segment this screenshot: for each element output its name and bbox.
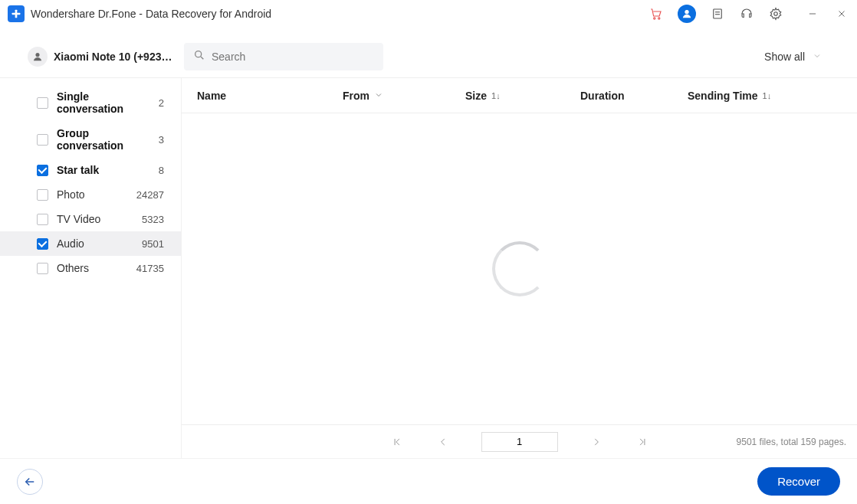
svg-point-2 xyxy=(654,18,655,19)
filter-dropdown[interactable]: Show all xyxy=(757,51,829,63)
checkbox[interactable] xyxy=(37,214,48,225)
table-header: Name From Size 1↓ Duration Sending Time … xyxy=(182,78,857,113)
search-icon xyxy=(193,49,212,64)
app-title: Wondershare Dr.Fone - Data Recovery for … xyxy=(31,8,271,20)
sidebar-item[interactable]: Group conversation3 xyxy=(0,121,181,158)
sidebar-item[interactable]: Star talk8 xyxy=(0,158,181,182)
sidebar-item-count: 2 xyxy=(127,97,164,109)
app-logo-icon xyxy=(8,5,25,22)
sidebar-item-label: Photo xyxy=(57,188,127,201)
svg-rect-5 xyxy=(714,9,722,18)
svg-point-3 xyxy=(658,18,660,19)
search-input[interactable] xyxy=(212,51,374,63)
sidebar-item[interactable]: Photo24287 xyxy=(0,182,181,207)
page-summary: 9501 files, total 159 pages. xyxy=(737,437,846,447)
search-box[interactable] xyxy=(184,43,383,70)
page-first-button[interactable] xyxy=(389,434,405,450)
content-panel: Name From Size 1↓ Duration Sending Time … xyxy=(181,78,857,458)
bottombar: Recover xyxy=(0,458,857,504)
titlebar: Wondershare Dr.Fone - Data Recovery for … xyxy=(0,0,857,28)
main-area: Single conversation2Group conversation3S… xyxy=(0,78,857,458)
recover-button[interactable]: Recover xyxy=(757,467,840,496)
svg-point-13 xyxy=(195,51,202,57)
checkbox[interactable] xyxy=(37,189,48,201)
sidebar-item[interactable]: Others41735 xyxy=(0,256,181,280)
sort-icon: 1↓ xyxy=(491,91,501,100)
sidebar-item-count: 5323 xyxy=(127,214,164,225)
checkbox[interactable] xyxy=(37,134,48,146)
sidebar-item-label: TV Video xyxy=(57,213,127,225)
chevron-down-icon xyxy=(813,51,822,63)
column-name[interactable]: Name xyxy=(197,90,343,102)
account-icon[interactable] xyxy=(678,5,696,23)
close-icon[interactable] xyxy=(834,6,849,21)
page-last-button[interactable] xyxy=(635,434,650,450)
column-size-label: Size xyxy=(465,90,487,102)
page-input[interactable] xyxy=(481,432,558,452)
svg-point-12 xyxy=(36,53,40,57)
sidebar-item[interactable]: Audio9501 xyxy=(0,231,181,256)
column-sending-time[interactable]: Sending Time 1↓ xyxy=(688,90,810,102)
sidebar-item[interactable]: TV Video5323 xyxy=(0,207,181,231)
sidebar-item-label: Single conversation xyxy=(57,90,127,115)
svg-point-8 xyxy=(774,12,778,16)
loading-area xyxy=(182,113,857,424)
back-button[interactable] xyxy=(17,469,43,495)
minimize-icon[interactable] xyxy=(805,6,820,21)
column-duration[interactable]: Duration xyxy=(580,90,688,102)
sidebar-item-count: 24287 xyxy=(127,189,164,201)
column-from[interactable]: From xyxy=(343,90,465,102)
sidebar-item-label: Others xyxy=(57,262,127,274)
checkbox[interactable] xyxy=(37,238,48,250)
sidebar-item-label: Group conversation xyxy=(57,127,127,152)
pagination: 9501 files, total 159 pages. xyxy=(182,424,857,458)
sidebar-item-count: 9501 xyxy=(127,238,164,250)
notes-icon[interactable] xyxy=(710,6,725,21)
sidebar-item-count: 3 xyxy=(127,134,164,146)
checkbox[interactable] xyxy=(37,263,48,274)
svg-point-4 xyxy=(685,10,689,14)
cart-icon[interactable] xyxy=(648,6,664,21)
checkbox[interactable] xyxy=(37,97,48,109)
column-name-label: Name xyxy=(197,90,226,102)
sidebar-item[interactable]: Single conversation2 xyxy=(0,84,181,121)
device-avatar-icon xyxy=(28,47,48,67)
checkbox[interactable] xyxy=(37,165,48,176)
column-from-label: From xyxy=(343,90,369,102)
sidebar: Single conversation2Group conversation3S… xyxy=(0,78,181,458)
sidebar-item-label: Audio xyxy=(57,237,127,250)
sidebar-item-label: Star talk xyxy=(57,164,127,176)
filter-label: Show all xyxy=(764,51,805,63)
support-icon[interactable] xyxy=(739,6,754,21)
spinner-icon xyxy=(492,241,547,296)
svg-line-14 xyxy=(201,57,203,59)
column-size[interactable]: Size 1↓ xyxy=(465,90,580,102)
sidebar-item-count: 41735 xyxy=(127,263,164,274)
page-prev-button[interactable] xyxy=(435,434,451,450)
sort-icon: 1↓ xyxy=(763,91,772,100)
chevron-down-icon xyxy=(374,90,383,102)
column-sending-label: Sending Time xyxy=(688,90,758,102)
svg-rect-1 xyxy=(12,13,21,15)
page-next-button[interactable] xyxy=(589,434,604,450)
column-duration-label: Duration xyxy=(580,90,625,102)
toolbar: Xiaomi Note 10 (+92315... Show all xyxy=(0,35,857,78)
device-name[interactable]: Xiaomi Note 10 (+92315... xyxy=(54,51,176,63)
sidebar-item-count: 8 xyxy=(127,165,164,176)
settings-icon[interactable] xyxy=(768,6,783,21)
